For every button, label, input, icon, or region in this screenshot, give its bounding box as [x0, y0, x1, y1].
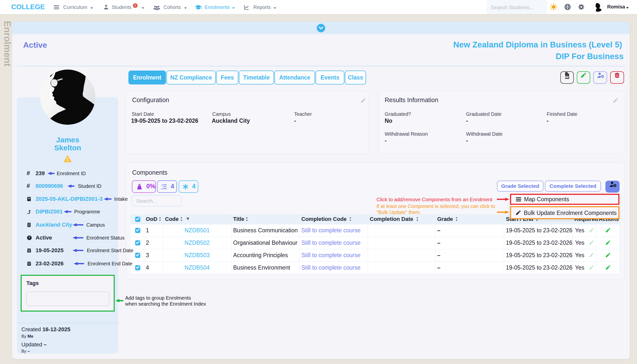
svg-text:PDF: PDF — [565, 76, 568, 78]
svg-text:?: ? — [28, 236, 30, 240]
svg-text:2: 2 — [161, 188, 163, 190]
svg-text:1: 1 — [161, 184, 163, 186]
